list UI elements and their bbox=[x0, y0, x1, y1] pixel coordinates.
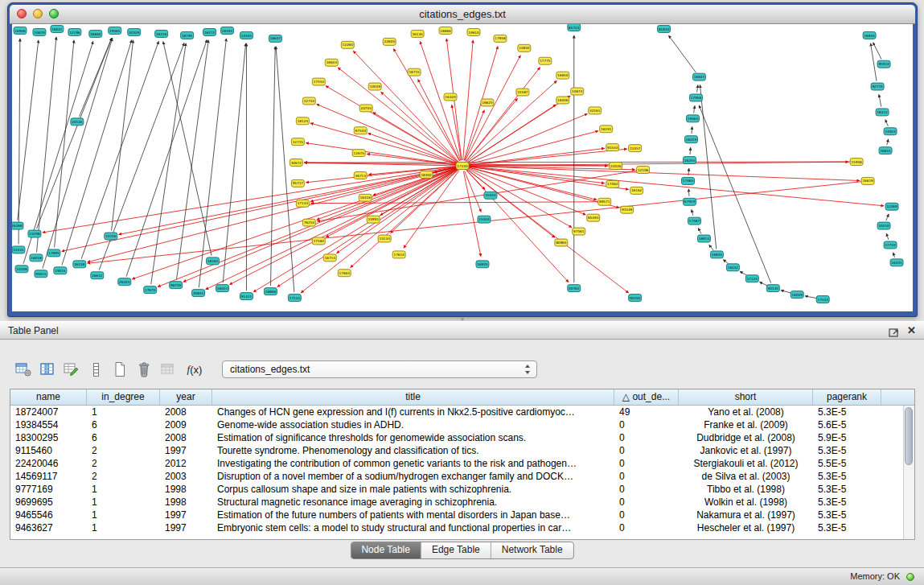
graph-node[interactable]: 16255 bbox=[684, 157, 696, 164]
graph-node[interactable]: 35344 bbox=[484, 192, 497, 199]
graph-node[interactable]: 16191 bbox=[600, 126, 613, 133]
graph-node[interactable]: 19565 bbox=[109, 27, 121, 34]
graph-node[interactable]: 15344 bbox=[478, 216, 491, 223]
graph-node[interactable]: 85493 bbox=[587, 214, 600, 221]
cell-out_degree[interactable]: 0 bbox=[614, 431, 679, 444]
graph-node[interactable]: 16637 bbox=[269, 35, 281, 42]
cell-title[interactable]: Estimation of the future numbers of pati… bbox=[212, 509, 614, 521]
graph-node[interactable]: 16619 bbox=[861, 177, 874, 184]
cell-title[interactable]: Investigating the contribution of common… bbox=[212, 457, 614, 470]
close-button[interactable] bbox=[17, 9, 27, 19]
cell-pagerank[interactable]: 5.3E-5 bbox=[813, 483, 881, 496]
graph-node[interactable]: 16651 bbox=[879, 147, 892, 154]
graph-node[interactable]: 16935 bbox=[476, 261, 489, 268]
cell-title[interactable]: Disruption of a novel member of a sodium… bbox=[212, 470, 614, 483]
edit-table-icon[interactable] bbox=[60, 359, 84, 380]
graph-node[interactable]: 17710 bbox=[884, 241, 897, 249]
float-panel-icon[interactable] bbox=[889, 326, 899, 336]
cell-out_degree[interactable]: 0 bbox=[614, 483, 679, 496]
table-row[interactable]: 911546021997Tourette syndrome. Phenomeno… bbox=[10, 444, 903, 457]
cell-name[interactable]: 9777169 bbox=[10, 483, 87, 496]
graph-node[interactable]: 96750 bbox=[170, 282, 183, 289]
graph-node[interactable]: 20516 bbox=[71, 118, 84, 126]
cell-name[interactable]: 22420046 bbox=[10, 457, 87, 470]
graph-node[interactable]: 16194 bbox=[221, 27, 234, 34]
graph-node[interactable]: 14924 bbox=[884, 128, 897, 135]
graph-node[interactable]: 18715 bbox=[408, 68, 421, 76]
graph-node[interactable]: 19564 bbox=[687, 115, 700, 122]
cell-short[interactable]: Dudbridge et al. (2008) bbox=[679, 431, 813, 444]
cell-in_degree[interactable]: 2 bbox=[87, 470, 160, 483]
cell-out_degree[interactable]: 0 bbox=[614, 521, 679, 534]
graph-node[interactable]: 10629 bbox=[33, 28, 46, 35]
graph-node[interactable]: 16612 bbox=[91, 272, 104, 279]
column-header-name[interactable]: name bbox=[10, 389, 87, 405]
cell-pagerank[interactable]: 5.3E-5 bbox=[813, 509, 881, 521]
cell-short[interactable]: Yano et al. (2008) bbox=[679, 406, 813, 418]
graph-node[interactable]: 17543 bbox=[816, 296, 829, 303]
table-row[interactable]: 1830029562008Estimation of significance … bbox=[10, 431, 903, 444]
cell-in_degree[interactable]: 2 bbox=[87, 457, 160, 470]
graph-node[interactable]: 16946 bbox=[14, 27, 27, 34]
table-settings-icon[interactable] bbox=[11, 359, 35, 380]
window-titlebar[interactable]: citations_edges.txt bbox=[10, 5, 915, 24]
table-row[interactable]: 946554611997Estimation of the future num… bbox=[10, 509, 903, 521]
show-columns-icon[interactable] bbox=[35, 359, 60, 380]
table-row[interactable]: 1938455462009Genome-wide association stu… bbox=[10, 418, 903, 431]
cell-year[interactable]: 2003 bbox=[160, 470, 212, 483]
network-table-select[interactable]: citations_edges.txt bbox=[222, 360, 537, 378]
minimize-button[interactable] bbox=[33, 9, 43, 19]
graph-node[interactable]: 15298 bbox=[28, 230, 41, 237]
cell-pagerank[interactable]: 5.3E-5 bbox=[813, 406, 881, 418]
graph-node[interactable]: 17587 bbox=[688, 217, 700, 225]
graph-node[interactable]: 30329 bbox=[128, 28, 141, 35]
graph-node[interactable]: 10049 bbox=[368, 83, 381, 90]
cell-year[interactable]: 1997 bbox=[160, 521, 212, 534]
graph-node[interactable]: 92774 bbox=[871, 83, 884, 90]
cell-pagerank[interactable]: 5.3E-5 bbox=[813, 444, 881, 457]
table-row[interactable]: 2242004622012Investigating the contribut… bbox=[10, 457, 903, 470]
cell-name[interactable]: 14569117 bbox=[10, 470, 87, 483]
graph-node[interactable]: 12106 bbox=[637, 167, 650, 174]
graph-node[interactable]: 76254 bbox=[302, 219, 315, 226]
cell-name[interactable]: 19384554 bbox=[10, 418, 87, 431]
memory-ok-icon[interactable] bbox=[906, 573, 914, 581]
cell-short[interactable]: Jankovic et al. (1997) bbox=[679, 444, 813, 457]
cell-short[interactable]: de Silva et al. (2003) bbox=[679, 470, 813, 483]
graph-node[interactable]: 14850 bbox=[518, 44, 531, 51]
cell-year[interactable]: 2008 bbox=[160, 431, 212, 444]
graph-node[interactable]: 89571 bbox=[598, 198, 611, 205]
graph-node[interactable]: 91544 bbox=[606, 144, 619, 151]
cell-out_degree[interactable]: 0 bbox=[614, 457, 679, 470]
graph-node[interactable]: 26268 bbox=[12, 222, 23, 229]
graph-node[interactable]: 10991 bbox=[367, 216, 380, 223]
close-panel-icon[interactable]: ✕ bbox=[907, 322, 916, 340]
graph-node[interactable]: 16647 bbox=[692, 73, 705, 80]
network-canvas[interactable]: 1724012260166241755412754181241271530672… bbox=[12, 24, 913, 311]
graph-node[interactable]: 18795 bbox=[181, 31, 194, 39]
cell-in_degree[interactable]: 1 bbox=[87, 509, 160, 521]
graph-node[interactable]: 32161 bbox=[589, 107, 602, 114]
cell-title[interactable]: Structural magnetic resonance image aver… bbox=[212, 496, 614, 509]
graph-node[interactable]: 17995 bbox=[47, 249, 60, 257]
cell-name[interactable]: 9699695 bbox=[10, 496, 87, 509]
graph-node[interactable]: 20704 bbox=[359, 105, 372, 112]
cell-title[interactable]: Embryonic stem cells: a model to study s… bbox=[212, 521, 614, 534]
graph-node[interactable]: 16650 bbox=[556, 72, 569, 79]
graph-node[interactable]: 13726 bbox=[105, 233, 117, 240]
graph-node[interactable]: 97544 bbox=[354, 127, 367, 134]
graph-node[interactable]: 11057 bbox=[629, 145, 642, 152]
graph-node[interactable]: 12675 bbox=[352, 150, 365, 157]
cell-pagerank[interactable]: 5.5E-5 bbox=[813, 457, 881, 470]
graph-node[interactable]: 67919 bbox=[684, 198, 696, 205]
cell-name[interactable]: 18724007 bbox=[10, 406, 87, 418]
graph-node[interactable]: 18124 bbox=[296, 117, 309, 125]
cell-out_degree[interactable]: 0 bbox=[614, 418, 679, 431]
graph-node[interactable]: 30854 bbox=[192, 290, 205, 297]
cell-year[interactable]: 1997 bbox=[160, 444, 212, 457]
cell-out_degree[interactable]: 0 bbox=[614, 470, 679, 483]
graph-node[interactable]: 17958 bbox=[494, 35, 507, 42]
cell-name[interactable]: 18300295 bbox=[10, 431, 87, 444]
graph-node[interactable]: 16933 bbox=[863, 31, 876, 39]
graph-node[interactable]: 16041 bbox=[51, 25, 64, 32]
